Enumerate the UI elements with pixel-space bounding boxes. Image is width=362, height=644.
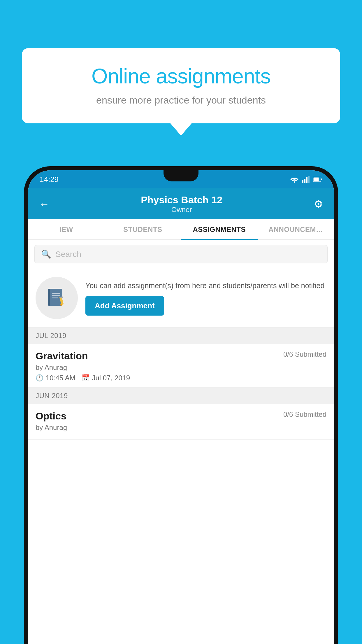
svg-rect-12 [52, 298, 58, 298]
speech-bubble: Online assignments ensure more practice … [22, 48, 340, 123]
header-title-group: Physics Batch 12 Owner [141, 194, 222, 214]
bubble-subtitle: ensure more practice for your students [41, 94, 321, 106]
phone-screen: 14:29 [28, 170, 334, 644]
section-header-jul: JUL 2019 [28, 328, 334, 344]
assignment-item-optics[interactable]: Optics 0/6 Submitted by Anurag [28, 404, 334, 440]
clock-icon: 🕐 [36, 374, 43, 382]
svg-rect-2 [304, 179, 305, 183]
add-assignment-promo: You can add assignment(s) from here and … [28, 269, 334, 328]
svg-rect-7 [321, 178, 322, 180]
promo-content: You can add assignment(s) from here and … [85, 281, 326, 316]
notebook-icon [45, 286, 68, 310]
svg-rect-6 [314, 178, 319, 181]
assignment-by-optics: by Anurag [36, 424, 326, 432]
search-placeholder: Search [55, 250, 81, 259]
assignment-title-gravitation: Gravitation [36, 350, 88, 362]
app-header: ← Physics Batch 12 Owner ⚙ [28, 188, 334, 219]
settings-icon[interactable]: ⚙ [314, 198, 323, 210]
phone-frame: 14:29 [24, 166, 338, 644]
svg-rect-9 [48, 289, 50, 306]
header-title: Physics Batch 12 [141, 194, 222, 206]
tab-assignments[interactable]: ASSIGNMENTS [181, 219, 258, 240]
svg-rect-1 [302, 180, 303, 183]
status-icons [290, 176, 322, 183]
assignment-date-value: Jul 07, 2019 [92, 374, 130, 382]
bubble-title: Online assignments [41, 64, 321, 88]
tab-students[interactable]: STUDENTS [105, 219, 181, 239]
svg-point-0 [294, 181, 295, 183]
assignment-submitted-gravitation: 0/6 Submitted [283, 350, 326, 358]
notch [164, 170, 198, 181]
svg-rect-11 [52, 295, 60, 296]
svg-rect-4 [308, 176, 310, 183]
promo-text: You can add assignment(s) from here and … [85, 281, 326, 291]
assignment-time: 🕐 10:45 AM [36, 374, 75, 382]
wifi-icon [290, 176, 299, 183]
header-subtitle: Owner [141, 206, 222, 214]
speech-bubble-container: Online assignments ensure more practice … [22, 48, 340, 123]
tab-iew[interactable]: IEW [28, 219, 105, 239]
svg-rect-3 [306, 177, 307, 183]
assignment-time-value: 10:45 AM [46, 374, 75, 382]
assignment-item-gravitation[interactable]: Gravitation 0/6 Submitted by Anurag 🕐 10… [28, 344, 334, 388]
signal-icon [302, 176, 310, 183]
assignment-meta-gravitation: 🕐 10:45 AM 📅 Jul 07, 2019 [36, 374, 326, 382]
back-button[interactable]: ← [39, 198, 50, 210]
section-header-jun: JUN 2019 [28, 388, 334, 404]
assignment-date: 📅 Jul 07, 2019 [82, 374, 130, 382]
calendar-icon: 📅 [82, 374, 89, 382]
tab-announcements[interactable]: ANNOUNCEM… [258, 219, 334, 239]
search-container: 🔍 Search [28, 240, 334, 269]
assignment-row-top: Gravitation 0/6 Submitted [36, 350, 326, 362]
search-box[interactable]: 🔍 Search [34, 245, 328, 263]
search-icon: 🔍 [41, 249, 51, 259]
assignment-row-top-optics: Optics 0/6 Submitted [36, 410, 326, 422]
svg-rect-10 [52, 293, 60, 294]
add-assignment-button[interactable]: Add Assignment [85, 296, 164, 316]
assignment-title-optics: Optics [36, 410, 66, 422]
tabs-bar: IEW STUDENTS ASSIGNMENTS ANNOUNCEM… [28, 219, 334, 240]
battery-icon [313, 176, 322, 182]
assignment-submitted-optics: 0/6 Submitted [283, 410, 326, 419]
assignment-by-gravitation: by Anurag [36, 363, 326, 372]
status-time: 14:29 [40, 175, 59, 184]
promo-icon-circle [36, 277, 78, 319]
